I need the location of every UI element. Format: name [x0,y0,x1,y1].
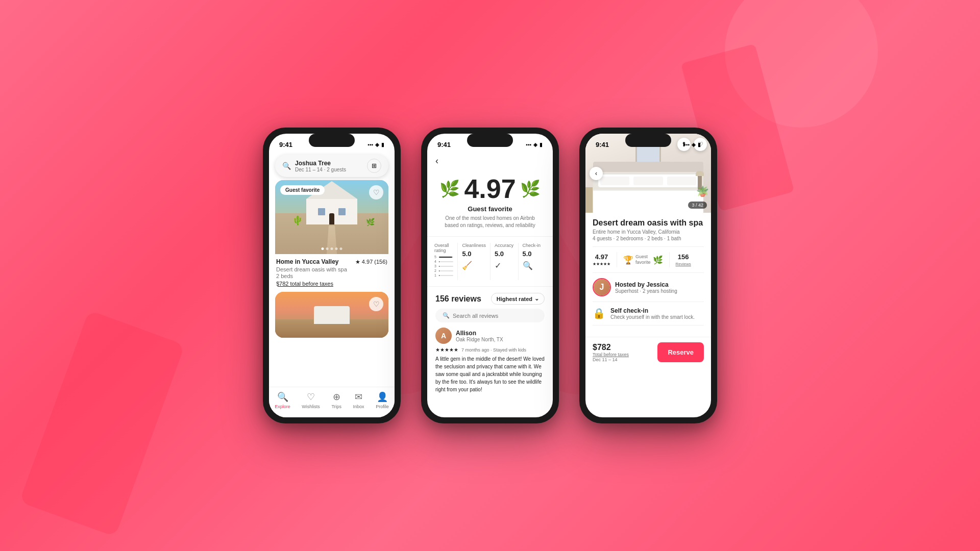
big-rating-score: 4.97 [464,176,516,202]
host-name: Hosted by Jessica [615,281,677,288]
host-info: Hosted by Jessica Superhost · 2 years ho… [615,281,677,294]
bar-label-5: 5 [434,255,437,259]
bg-shape-2 [19,310,185,537]
search-reviews-placeholder: Search all reviews [453,313,498,319]
listing-specs: 4 guests · 2 bedrooms · 2 beds · 1 bath [593,236,704,241]
bar-fill-4 [439,261,439,262]
wishlists-icon: ♡ [307,391,315,403]
checkin-desc: Check yourself in with the smart lock. [610,314,695,320]
bar-label-3: 3 [434,264,437,268]
bar-track-4 [439,261,453,262]
phone-3: 9:41 ▪▪▪ ◈ ▮ [579,128,717,423]
signal-icon-2: ▪▪▪ [526,142,531,147]
sort-button[interactable]: Highest rated ⌄ [491,293,545,305]
listing-card-1[interactable]: 🌵 🌿 Guest favorite ♡ Home i [275,180,388,289]
cleanliness-cat: Cleanliness 5.0 🧹 [462,243,491,280]
nav-profile[interactable]: 👤 Profile [376,391,389,409]
review-item-1: A Allison Oak Ridge North, TX ★★★★★ 7 mo… [427,328,553,399]
search-icon: 🔍 [282,162,291,170]
laurel-left: 🌿 [439,179,460,198]
booking-dates: Dec 11 – 14 [593,357,629,362]
reviewer-avatar: A [435,328,452,344]
listing-stats-row: 4.97 ★★★★★ 🏆 Guestfavorite 🌿 156 [593,246,704,273]
review-meta: ★★★★★ 7 months ago · Stayed with kids [435,347,545,353]
wifi-icon-2: ◈ [533,142,537,147]
bar-track-2 [439,270,453,271]
bar-label-2: 2 [434,269,437,272]
signal-icon: ▪▪▪ [368,142,373,147]
nav-inbox-label: Inbox [353,404,364,409]
wishlist-heart-2[interactable]: ♡ [369,297,383,311]
phone-1: 9:41 ▪▪▪ ◈ ▮ 🔍 Joshua Tree Dec 11 – 14 ·… [263,128,401,423]
nav-explore[interactable]: 🔍 Explore [275,391,290,409]
stat-reviews-value: 156 [678,253,689,261]
listing-location: Home in Yucca Valley [276,258,339,265]
guest-favorite-badge: Guest favorite [280,185,325,195]
wishlist-heart-1[interactable]: ♡ [369,185,383,199]
phone-1-status-icons: ▪▪▪ ◈ ▮ [368,142,384,147]
nav-profile-label: Profile [376,404,389,409]
guest-fav-text: Guestfavorite [635,254,651,266]
reviews-stat[interactable]: 156 Reviews [676,253,691,266]
dot-3 [331,247,333,250]
bar-row-3: 3 [434,264,453,268]
explore-icon: 🔍 [277,391,288,403]
back-button[interactable]: ‹ [427,152,553,170]
dot-4 [335,247,338,250]
review-meta-text: 7 months ago · Stayed with kids [461,347,526,353]
listing-price[interactable]: $782 total before taxes [276,281,387,287]
inbox-icon: ✉ [355,391,362,403]
phone-3-time: 9:41 [596,141,609,148]
review-stars: ★★★★★ [435,347,458,353]
checkin-icon: 🔍 [523,261,542,270]
guest-fav-inner: 🏆 Guestfavorite 🌿 [623,254,663,266]
accuracy-score: 5.0 [495,250,513,258]
reserve-button[interactable]: Reserve [657,342,704,362]
search-bar-text: Joshua Tree Dec 11 – 14 · 2 guests [295,160,363,172]
host-row[interactable]: J Hosted by Jessica Superhost · 2 years … [593,278,704,302]
listing-image-2: ♡ [275,292,388,338]
listing-subtitle: Entire home in Yucca Valley, California [593,229,704,235]
self-checkin-row: 🔒 Self check-in Check yourself in with t… [593,307,704,325]
nav-trips[interactable]: ⊕ Trips [331,391,341,409]
stat-rating-value: 4.97 [595,253,608,261]
sort-label: Highest rated [497,296,532,302]
dot-5 [340,247,342,250]
phone-3-status-icons: ▪▪▪ ◈ ▮ [684,142,701,147]
stat-stars: ★★★★★ [593,262,610,266]
photo-back-button[interactable]: ‹ [590,167,603,180]
reviewer-location: Oak Ridge North, TX [456,337,503,342]
listing-title: Desert dream oasis with spa [593,218,704,228]
accuracy-label: Accuracy [495,243,513,248]
review-text: A little gem in the middle of the desert… [435,355,545,393]
listing-location-row: Home in Yucca Valley ★ 4.97 (156) [276,258,387,265]
laurel-rating: 🌿 4.97 🌿 [437,176,543,202]
accuracy-cat: Accuracy 5.0 ✓ [495,243,518,280]
search-dates: Dec 11 – 14 · 2 guests [295,167,363,172]
rating-categories: Overall rating 5 4 3 [427,236,553,287]
bar-row-5: 5 [434,255,453,259]
checkin-label: Check-in [523,243,542,248]
listing-card-2[interactable]: ♡ [275,292,388,338]
reviews-header: 156 reviews Highest rated ⌄ [427,287,553,309]
wifi-icon-3: ◈ [692,142,696,147]
dot-2 [326,247,329,250]
checkin-cat: Check-in 5.0 🔍 [523,243,546,280]
stat-reviews-label: Reviews [676,262,691,266]
phone-1-screen: 9:41 ▪▪▪ ◈ ▮ 🔍 Joshua Tree Dec 11 – 14 ·… [269,134,395,417]
chevron-down-icon: ⌄ [534,295,539,302]
search-reviews[interactable]: 🔍 Search all reviews [435,309,545,322]
bar-fill-5 [439,257,452,258]
phone-1-time: 9:41 [279,141,292,148]
reviewer-info: Allison Oak Ridge North, TX [456,330,503,342]
booking-price: $782 [593,343,629,352]
accuracy-icon: ✓ [495,261,513,270]
phones-container: 9:41 ▪▪▪ ◈ ▮ 🔍 Joshua Tree Dec 11 – 14 ·… [263,128,717,423]
search-bar[interactable]: 🔍 Joshua Tree Dec 11 – 14 · 2 guests ⊞ [275,155,388,177]
nav-wishlists[interactable]: ♡ Wishlists [302,391,320,409]
battery-icon-3: ▮ [698,142,701,147]
listing-image-1: 🌵 🌿 Guest favorite ♡ [275,180,388,254]
filter-button[interactable]: ⊞ [367,159,381,173]
nav-inbox[interactable]: ✉ Inbox [353,391,364,409]
bar-label-1: 1 [434,273,437,277]
